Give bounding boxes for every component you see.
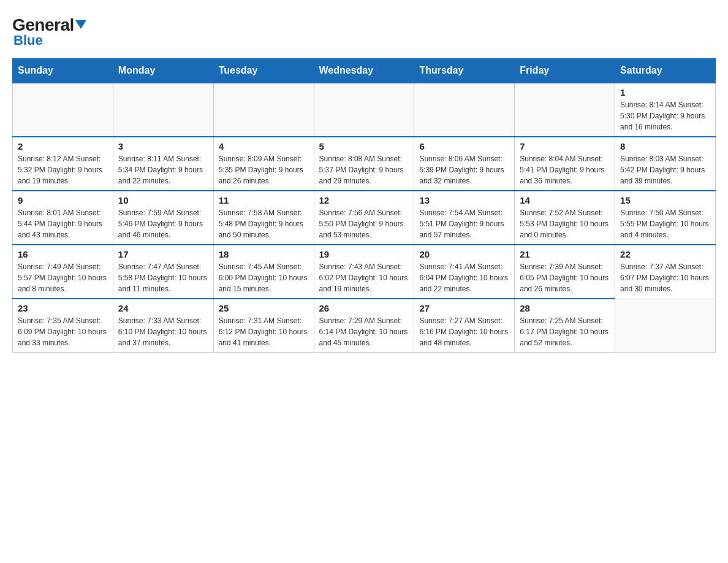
day-number: 1	[620, 87, 710, 98]
calendar-cell: 24Sunrise: 7:33 AM Sunset: 6:10 PM Dayli…	[113, 299, 213, 353]
calendar-cell: 19Sunrise: 7:43 AM Sunset: 6:02 PM Dayli…	[314, 245, 414, 299]
calendar-cell: 5Sunrise: 8:08 AM Sunset: 5:37 PM Daylig…	[314, 137, 414, 191]
weekday-header-sunday: Sunday	[13, 59, 113, 83]
day-info: Sunrise: 7:25 AM Sunset: 6:17 PM Dayligh…	[520, 315, 610, 348]
calendar-table: SundayMondayTuesdayWednesdayThursdayFrid…	[12, 58, 716, 353]
day-info: Sunrise: 8:04 AM Sunset: 5:41 PM Dayligh…	[520, 153, 610, 186]
day-number: 2	[18, 141, 108, 151]
calendar-cell: 18Sunrise: 7:45 AM Sunset: 6:00 PM Dayli…	[213, 245, 314, 299]
calendar-cell: 21Sunrise: 7:39 AM Sunset: 6:05 PM Dayli…	[515, 245, 615, 299]
calendar-cell: 20Sunrise: 7:41 AM Sunset: 6:04 PM Dayli…	[414, 245, 515, 299]
day-number: 26	[319, 303, 409, 313]
day-info: Sunrise: 7:45 AM Sunset: 6:00 PM Dayligh…	[219, 261, 309, 294]
day-info: Sunrise: 7:35 AM Sunset: 6:09 PM Dayligh…	[18, 315, 108, 348]
day-number: 8	[620, 141, 710, 151]
day-info: Sunrise: 7:47 AM Sunset: 5:58 PM Dayligh…	[118, 261, 208, 294]
day-number: 12	[319, 195, 409, 205]
calendar-cell: 26Sunrise: 7:29 AM Sunset: 6:14 PM Dayli…	[314, 299, 414, 353]
calendar-week-0: 1Sunrise: 8:14 AM Sunset: 5:30 PM Daylig…	[13, 83, 716, 137]
day-info: Sunrise: 7:49 AM Sunset: 5:57 PM Dayligh…	[18, 261, 108, 294]
day-info: Sunrise: 8:08 AM Sunset: 5:37 PM Dayligh…	[319, 153, 409, 186]
day-number: 22	[620, 249, 710, 259]
logo-triangle-icon	[75, 20, 86, 29]
calendar-cell: 6Sunrise: 8:06 AM Sunset: 5:39 PM Daylig…	[414, 137, 515, 191]
page-header: General Blue	[12, 12, 716, 48]
day-number: 16	[18, 249, 108, 259]
calendar-cell	[213, 83, 314, 137]
calendar-cell: 11Sunrise: 7:58 AM Sunset: 5:48 PM Dayli…	[213, 191, 314, 245]
day-info: Sunrise: 7:31 AM Sunset: 6:12 PM Dayligh…	[219, 315, 309, 348]
calendar-week-1: 2Sunrise: 8:12 AM Sunset: 5:32 PM Daylig…	[13, 137, 716, 191]
day-info: Sunrise: 7:43 AM Sunset: 6:02 PM Dayligh…	[319, 261, 409, 294]
calendar-cell: 4Sunrise: 8:09 AM Sunset: 5:35 PM Daylig…	[213, 137, 314, 191]
calendar-cell: 2Sunrise: 8:12 AM Sunset: 5:32 PM Daylig…	[13, 137, 113, 191]
day-number: 27	[419, 303, 509, 313]
calendar-cell: 16Sunrise: 7:49 AM Sunset: 5:57 PM Dayli…	[13, 245, 113, 299]
calendar-cell: 25Sunrise: 7:31 AM Sunset: 6:12 PM Dayli…	[213, 299, 314, 353]
day-info: Sunrise: 7:41 AM Sunset: 6:04 PM Dayligh…	[419, 261, 509, 294]
calendar-week-3: 16Sunrise: 7:49 AM Sunset: 5:57 PM Dayli…	[13, 245, 716, 299]
day-info: Sunrise: 7:33 AM Sunset: 6:10 PM Dayligh…	[118, 315, 208, 348]
day-number: 5	[319, 141, 409, 151]
calendar-cell: 3Sunrise: 8:11 AM Sunset: 5:34 PM Daylig…	[113, 137, 213, 191]
weekday-header-saturday: Saturday	[615, 59, 716, 83]
day-number: 25	[219, 303, 309, 313]
logo: General Blue	[12, 12, 86, 48]
weekday-header-friday: Friday	[515, 59, 615, 83]
day-number: 17	[118, 249, 208, 259]
day-info: Sunrise: 7:52 AM Sunset: 5:53 PM Dayligh…	[520, 207, 610, 240]
calendar-week-2: 9Sunrise: 8:01 AM Sunset: 5:44 PM Daylig…	[13, 191, 716, 245]
calendar-cell	[113, 83, 213, 137]
calendar-cell: 14Sunrise: 7:52 AM Sunset: 5:53 PM Dayli…	[515, 191, 615, 245]
day-number: 14	[520, 195, 610, 205]
calendar-cell: 15Sunrise: 7:50 AM Sunset: 5:55 PM Dayli…	[615, 191, 716, 245]
day-info: Sunrise: 8:11 AM Sunset: 5:34 PM Dayligh…	[118, 153, 208, 186]
day-number: 6	[419, 141, 509, 151]
day-number: 15	[620, 195, 710, 205]
calendar-cell: 9Sunrise: 8:01 AM Sunset: 5:44 PM Daylig…	[13, 191, 113, 245]
day-number: 20	[419, 249, 509, 259]
calendar-cell: 17Sunrise: 7:47 AM Sunset: 5:58 PM Dayli…	[113, 245, 213, 299]
calendar-cell: 13Sunrise: 7:54 AM Sunset: 5:51 PM Dayli…	[414, 191, 515, 245]
day-number: 18	[219, 249, 309, 259]
day-info: Sunrise: 7:27 AM Sunset: 6:16 PM Dayligh…	[419, 315, 509, 348]
calendar-cell: 12Sunrise: 7:56 AM Sunset: 5:50 PM Dayli…	[314, 191, 414, 245]
calendar-cell	[615, 299, 716, 353]
day-info: Sunrise: 7:58 AM Sunset: 5:48 PM Dayligh…	[219, 207, 309, 240]
day-info: Sunrise: 7:39 AM Sunset: 6:05 PM Dayligh…	[520, 261, 610, 294]
day-info: Sunrise: 8:09 AM Sunset: 5:35 PM Dayligh…	[219, 153, 309, 186]
calendar-cell	[515, 83, 615, 137]
day-number: 7	[520, 141, 610, 151]
calendar-week-4: 23Sunrise: 7:35 AM Sunset: 6:09 PM Dayli…	[13, 299, 716, 353]
day-number: 19	[319, 249, 409, 259]
calendar-cell: 10Sunrise: 7:59 AM Sunset: 5:46 PM Dayli…	[113, 191, 213, 245]
calendar-cell: 7Sunrise: 8:04 AM Sunset: 5:41 PM Daylig…	[515, 137, 615, 191]
day-info: Sunrise: 8:12 AM Sunset: 5:32 PM Dayligh…	[18, 153, 108, 186]
day-info: Sunrise: 7:59 AM Sunset: 5:46 PM Dayligh…	[118, 207, 208, 240]
weekday-header-wednesday: Wednesday	[314, 59, 414, 83]
day-number: 3	[118, 141, 208, 151]
calendar-cell: 23Sunrise: 7:35 AM Sunset: 6:09 PM Dayli…	[13, 299, 113, 353]
calendar-cell	[13, 83, 113, 137]
day-number: 21	[520, 249, 610, 259]
day-info: Sunrise: 8:01 AM Sunset: 5:44 PM Dayligh…	[18, 207, 108, 240]
day-number: 4	[219, 141, 309, 151]
weekday-header-monday: Monday	[113, 59, 213, 83]
day-number: 11	[219, 195, 309, 205]
calendar-cell: 8Sunrise: 8:03 AM Sunset: 5:42 PM Daylig…	[615, 137, 716, 191]
calendar-cell: 27Sunrise: 7:27 AM Sunset: 6:16 PM Dayli…	[414, 299, 515, 353]
day-number: 23	[18, 303, 108, 313]
calendar-cell	[414, 83, 515, 137]
weekday-header-row: SundayMondayTuesdayWednesdayThursdayFrid…	[13, 59, 716, 83]
day-info: Sunrise: 7:56 AM Sunset: 5:50 PM Dayligh…	[319, 207, 409, 240]
day-number: 13	[419, 195, 509, 205]
calendar-cell: 28Sunrise: 7:25 AM Sunset: 6:17 PM Dayli…	[515, 299, 615, 353]
day-info: Sunrise: 8:03 AM Sunset: 5:42 PM Dayligh…	[620, 153, 710, 186]
day-number: 9	[18, 195, 108, 205]
calendar-cell: 22Sunrise: 7:37 AM Sunset: 6:07 PM Dayli…	[615, 245, 716, 299]
weekday-header-thursday: Thursday	[414, 59, 515, 83]
day-info: Sunrise: 7:29 AM Sunset: 6:14 PM Dayligh…	[319, 315, 409, 348]
logo-blue-text: Blue	[13, 33, 43, 48]
day-info: Sunrise: 7:54 AM Sunset: 5:51 PM Dayligh…	[419, 207, 509, 240]
day-info: Sunrise: 8:14 AM Sunset: 5:30 PM Dayligh…	[620, 99, 710, 132]
